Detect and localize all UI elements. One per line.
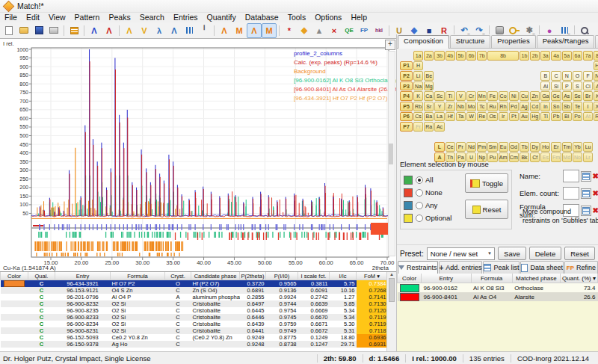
element-Hg[interactable]: Hg [530,112,540,122]
menu-help[interactable]: Help [346,13,372,22]
element-Po[interactable]: Po [573,112,582,122]
element-Nb[interactable]: Nb [456,102,466,111]
element-Tl[interactable]: Tl [540,112,550,122]
tab-properties[interactable]: Properties [491,35,535,48]
element-B[interactable]: B [540,71,550,81]
element-La[interactable]: La [434,112,444,122]
peak-down-button[interactable]: V [137,23,152,38]
element-Rh[interactable]: Rh [499,102,508,111]
subtab-peak-list[interactable]: Peak list [483,261,520,274]
element-Dy[interactable]: Dy [530,142,540,152]
element-Sn[interactable]: Sn [551,102,561,111]
element-Fr[interactable]: Fr [413,122,423,132]
element-Si[interactable]: Si [551,81,561,91]
cand-col-i-ic[interactable]: I/Ic [330,272,357,280]
search-match-peaks-button[interactable]: Λ [247,23,262,38]
element-Ru[interactable]: Ru [487,102,497,111]
menu-edit[interactable]: Edit [22,13,44,22]
name-select-button[interactable] [581,171,591,182]
element-Ra[interactable]: Ra [424,122,434,132]
element-C[interactable]: C [551,71,561,81]
menu-quantify[interactable]: Quantify [203,13,241,22]
save-file-button[interactable] [31,23,46,38]
element-H[interactable]: H [413,61,423,71]
radio-all[interactable] [416,176,423,184]
element-Pt[interactable]: Pt [509,112,519,122]
ptable-row-P4[interactable]: P4 [400,91,413,101]
element-Cs[interactable]: Cs [413,112,423,122]
element-Yb[interactable]: Yb [573,142,582,152]
ptable-row-P1[interactable]: P1 [400,61,413,71]
element-Au[interactable]: Au [520,112,529,122]
candidate-row[interactable]: C96-150-9378Ag HoC0.92480.87380.124729.7… [1,341,388,348]
subtab-add-entries[interactable]: +Add. entries [439,261,483,274]
element-I[interactable]: I [583,102,593,111]
candidate-row[interactable]: C96-900-8231O2 SiCCristobalite0.64410.97… [1,327,388,334]
ptable-row-P2[interactable]: P2 [400,71,413,81]
element-As[interactable]: As [562,91,572,101]
element-Y[interactable]: Y [434,102,444,111]
element-Sc[interactable]: Sc [434,91,444,101]
hkl-toggle-button[interactable]: hkl [372,23,386,38]
cand-col-p-2theta-[interactable]: P(2theta) [240,272,266,280]
candidate-row[interactable]: C96-900-8233O2 SiCCristobalite0.64460.97… [1,314,388,321]
matched-phases-table[interactable]: ColorEntryFormulaMatched phaseQuant. (%)… [397,274,598,301]
selection-option-optional[interactable]: Optional [404,212,465,224]
profile-fit-button[interactable]: λ [152,23,167,38]
element-Gd[interactable]: Gd [509,142,519,152]
peak-marker-button[interactable]: ╵ [197,23,212,38]
matched-col-color[interactable]: Color [398,274,422,283]
element-Be[interactable]: Be [424,71,434,81]
element-Re[interactable]: Re [477,112,487,122]
new-document-button[interactable] [1,23,16,38]
candidate-row[interactable]: C96-434-3921Hf O7 P2OHf (P2 O7)0.37200.9… [1,280,388,288]
menu-database[interactable]: Database [241,13,283,22]
element-Sr[interactable]: Sr [424,102,434,111]
element-Ta[interactable]: Ta [456,112,466,122]
peak-up-button[interactable]: Λ [122,23,137,38]
element-V[interactable]: V [456,91,466,101]
element-N[interactable]: N [562,71,572,81]
cand-col-qual-[interactable]: Qual. [28,272,55,280]
element-Br[interactable]: Br [583,91,593,101]
candidate-row[interactable]: C96-152-5093Ce0.2 Y0.8 ZnC(Ce0.2 Y0.8) Z… [1,334,388,341]
element-Ge[interactable]: Ge [551,91,561,101]
element-Tm[interactable]: Tm [562,142,572,152]
element-Ga[interactable]: Ga [540,91,550,101]
cand-col-i-scale-fct-[interactable]: I scale fct. [298,272,330,280]
element-Rb[interactable]: Rb [413,102,423,111]
search-match-profile-button[interactable]: M [262,23,277,38]
matched-col-matched-phase[interactable]: Matched phase [512,274,560,283]
automatic-match-button[interactable]: ◆ [297,23,312,38]
element-Ni[interactable]: Ni [509,91,519,101]
ptable-row-L[interactable]: L [434,142,444,152]
menu-search[interactable]: Search [135,13,169,22]
element-Ne[interactable]: Ne [594,71,598,81]
menu-file[interactable]: File [0,13,22,22]
element-Ti[interactable]: Ti [446,91,455,101]
candidate-table-scrollbar[interactable]: ▲ [386,272,396,351]
element-Ar[interactable]: Ar [594,81,598,91]
element-Li[interactable]: Li [413,71,423,81]
chart-zoom-in-button[interactable]: + [385,40,395,50]
element-Zn[interactable]: Zn [530,91,540,101]
subtab-restraints[interactable]: Restraints [398,261,438,274]
ptable-row-P6[interactable]: P6 [400,112,413,122]
menu-view[interactable]: View [44,13,70,22]
peak-pair-button[interactable]: Λ [167,23,182,38]
element-Ca[interactable]: Ca [424,91,434,101]
element-Na[interactable]: Na [413,81,423,91]
element-Ag[interactable]: Ag [520,102,529,111]
element-Mg[interactable]: Mg [424,81,434,91]
element-Cd[interactable]: Cd [530,102,540,111]
selection-option-any[interactable]: Any [404,199,465,212]
menu-tools[interactable]: Tools [283,13,311,22]
quantify-button[interactable]: QE [342,23,357,38]
diffraction-pattern-panel[interactable]: 15.0020.0025.0030.0035.0040.0045.0050.00… [0,38,396,271]
element-Bi[interactable]: Bi [562,112,572,122]
element-In[interactable]: In [540,102,550,111]
tab-peaks-ranges[interactable]: Peaks/Ranges [537,35,595,48]
cand-col-entry[interactable]: Entry [55,272,111,280]
element-Te[interactable]: Te [573,102,582,111]
element-O[interactable]: O [573,71,582,81]
